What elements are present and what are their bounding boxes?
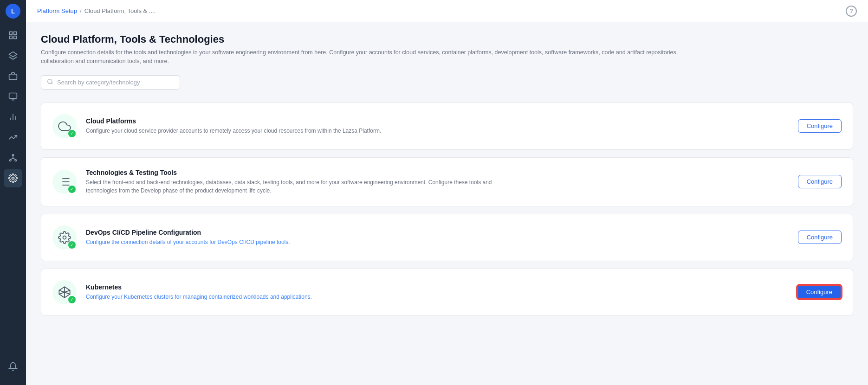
configure-tech-testing-button[interactable]: Configure bbox=[798, 175, 842, 188]
bell-icon[interactable] bbox=[4, 357, 22, 376]
card-kubernetes-text: Kubernetes Configure your Kubernetes clu… bbox=[86, 283, 786, 301]
sidebar-icons bbox=[4, 26, 22, 357]
page-body: Cloud Platform, Tools & Technologies Con… bbox=[26, 22, 868, 385]
breadcrumb-parent[interactable]: Platform Setup bbox=[37, 7, 77, 14]
card-cloud-platforms-icon-wrap: ✓ bbox=[52, 114, 77, 138]
briefcase-icon[interactable] bbox=[4, 67, 22, 85]
svg-marker-4 bbox=[9, 52, 17, 57]
svg-rect-2 bbox=[10, 36, 13, 39]
card-devops-cicd: ✓ DevOps CI/CD Pipeline Configuration Co… bbox=[41, 214, 853, 261]
card-cloud-platforms-title: Cloud Platforms bbox=[86, 117, 787, 125]
page-description: Configure connection details for the too… bbox=[41, 48, 691, 66]
chart-icon[interactable] bbox=[4, 108, 22, 126]
card-kubernetes-icon-wrap: ✓ bbox=[52, 280, 77, 304]
card-devops-cicd-desc: Configure the connection details of your… bbox=[86, 238, 504, 246]
grid-icon[interactable] bbox=[4, 26, 22, 45]
configure-cloud-platforms-button[interactable]: Configure bbox=[798, 119, 842, 133]
svg-rect-5 bbox=[9, 74, 17, 80]
card-cloud-platforms-action: Configure bbox=[798, 119, 842, 133]
sidebar: L bbox=[0, 0, 26, 385]
card-devops-cicd-title: DevOps CI/CD Pipeline Configuration bbox=[86, 229, 787, 236]
page-title: Cloud Platform, Tools & Technologies bbox=[41, 33, 853, 45]
help-icon[interactable]: ? bbox=[846, 6, 857, 17]
card-devops-cicd-text: DevOps CI/CD Pipeline Configuration Conf… bbox=[86, 229, 787, 246]
svg-point-19 bbox=[48, 79, 52, 83]
svg-rect-0 bbox=[10, 32, 13, 35]
svg-point-14 bbox=[15, 160, 16, 161]
configure-devops-cicd-button[interactable]: Configure bbox=[798, 231, 842, 244]
svg-point-12 bbox=[12, 154, 13, 156]
card-kubernetes: ✓ Kubernetes Configure your Kubernetes c… bbox=[41, 269, 853, 316]
card-cloud-platforms-desc: Configure your cloud service provider ac… bbox=[86, 127, 504, 135]
search-bar bbox=[41, 75, 180, 90]
devops-cicd-badge: ✓ bbox=[68, 241, 76, 249]
main-content: Platform Setup / Cloud Platform, Tools &… bbox=[26, 0, 868, 385]
svg-rect-3 bbox=[14, 36, 17, 39]
svg-point-27 bbox=[63, 236, 66, 239]
svg-point-18 bbox=[12, 177, 14, 180]
svg-point-13 bbox=[10, 160, 11, 161]
org-icon[interactable] bbox=[4, 148, 22, 167]
card-tech-testing-desc: Select the front-end and back-end techno… bbox=[86, 178, 504, 195]
avatar[interactable]: L bbox=[6, 4, 20, 19]
card-kubernetes-title: Kubernetes bbox=[86, 283, 786, 291]
card-tech-testing-icon-wrap: ✓ bbox=[52, 170, 77, 194]
settings-icon[interactable] bbox=[4, 169, 22, 187]
search-icon bbox=[47, 78, 53, 86]
card-tech-testing-title: Technologies & Testing Tools bbox=[86, 169, 787, 176]
cards-container: ✓ Cloud Platforms Configure your cloud s… bbox=[41, 103, 853, 316]
svg-line-17 bbox=[13, 158, 16, 160]
layers-icon[interactable] bbox=[4, 46, 22, 65]
svg-rect-1 bbox=[14, 32, 17, 35]
tech-testing-badge: ✓ bbox=[68, 186, 76, 193]
kubernetes-badge: ✓ bbox=[68, 296, 76, 303]
svg-rect-6 bbox=[9, 93, 17, 99]
configure-kubernetes-button[interactable]: Configure bbox=[797, 285, 842, 299]
card-devops-cicd-icon-wrap: ✓ bbox=[52, 225, 77, 250]
monitor-icon[interactable] bbox=[4, 87, 22, 106]
sidebar-bottom bbox=[4, 357, 22, 381]
breadcrumb: Platform Setup / Cloud Platform, Tools &… bbox=[37, 7, 155, 14]
search-input[interactable] bbox=[57, 79, 174, 86]
svg-line-20 bbox=[52, 83, 53, 84]
card-tech-testing-action: Configure bbox=[798, 175, 842, 188]
trend-icon[interactable] bbox=[4, 128, 22, 147]
breadcrumb-separator: / bbox=[80, 7, 82, 14]
card-cloud-platforms: ✓ Cloud Platforms Configure your cloud s… bbox=[41, 103, 853, 150]
cloud-platforms-badge: ✓ bbox=[68, 130, 76, 137]
svg-line-16 bbox=[10, 158, 13, 160]
top-bar: Platform Setup / Cloud Platform, Tools &… bbox=[26, 0, 868, 22]
card-tech-testing: ✓ Technologies & Testing Tools Select th… bbox=[41, 157, 853, 206]
card-devops-cicd-action: Configure bbox=[798, 231, 842, 244]
card-kubernetes-action: Configure bbox=[797, 285, 842, 299]
card-cloud-platforms-text: Cloud Platforms Configure your cloud ser… bbox=[86, 117, 787, 135]
card-tech-testing-text: Technologies & Testing Tools Select the … bbox=[86, 169, 787, 195]
card-kubernetes-desc: Configure your Kubernetes clusters for m… bbox=[86, 293, 504, 301]
top-bar-right: ? bbox=[846, 6, 857, 17]
breadcrumb-current: Cloud Platform, Tools & .... bbox=[84, 7, 156, 14]
